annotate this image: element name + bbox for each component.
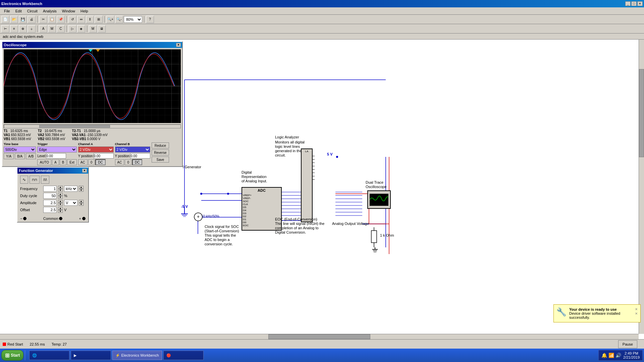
fg-freq-down[interactable]: ▼ bbox=[58, 189, 63, 192]
trigger-edge-select[interactable]: Edge bbox=[37, 146, 76, 153]
fg-freq-unit-select[interactable]: kHz Hz MHz bbox=[64, 186, 77, 192]
close-btn[interactable]: ✕ bbox=[637, 1, 643, 6]
timebase-select[interactable]: 500/Div bbox=[4, 146, 36, 153]
minimize-btn[interactable]: _ bbox=[625, 1, 631, 6]
menu-help[interactable]: Help bbox=[78, 8, 91, 14]
fg-offset-down[interactable]: ▼ bbox=[58, 210, 63, 213]
cha-ac-btn[interactable]: AC bbox=[78, 159, 88, 165]
ext-btn[interactable]: Ext bbox=[67, 159, 76, 165]
fg-titlebar[interactable]: Function Generator ✕ bbox=[17, 168, 88, 174]
wire-btn[interactable]: ⊢ bbox=[1, 25, 9, 33]
cha-0-btn[interactable]: 0 bbox=[88, 159, 95, 165]
cut-btn[interactable]: ✂ bbox=[39, 16, 47, 23]
menu-analysis[interactable]: Analysis bbox=[40, 8, 59, 14]
simulate-btn[interactable]: ▷ bbox=[68, 25, 76, 33]
fg-close-btn[interactable]: ✕ bbox=[82, 169, 87, 173]
cha-dc-btn[interactable]: DC bbox=[95, 159, 105, 165]
fg-amp-up[interactable]: ▲ bbox=[58, 200, 63, 203]
rotate-btn[interactable]: ↺ bbox=[68, 16, 76, 23]
print-btn[interactable]: 🖨 bbox=[28, 16, 36, 23]
osc-scrollbar[interactable] bbox=[4, 124, 181, 128]
menu-window[interactable]: Window bbox=[59, 8, 78, 14]
v-scrollbar[interactable] bbox=[639, 40, 644, 334]
fg-triangle-btn[interactable]: /\/\ bbox=[41, 176, 49, 184]
timebase-group: Time base 500/Div Y/A B/A A/B bbox=[4, 142, 36, 159]
fg-freq-unit-up[interactable]: ▲ bbox=[79, 186, 84, 189]
zoom-out-btn[interactable]: 🔍- bbox=[115, 16, 123, 23]
taskbar-item-browser[interactable]: 🌐 bbox=[29, 351, 69, 360]
help-btn[interactable]: ? bbox=[146, 16, 154, 23]
fg-offset-input[interactable] bbox=[43, 207, 57, 213]
ground-btn[interactable]: ⏚ bbox=[28, 25, 36, 33]
pause-btn[interactable]: Pause bbox=[618, 340, 637, 348]
junction-btn[interactable]: ⊕ bbox=[19, 25, 27, 33]
channel-b-vdiv[interactable]: 2 V/Div bbox=[115, 146, 151, 153]
menu-file[interactable]: File bbox=[1, 8, 13, 14]
channel-a-ypos-input[interactable] bbox=[94, 153, 114, 159]
save-osc-btn[interactable]: Save bbox=[152, 157, 169, 163]
osc-close-btn[interactable]: ✕ bbox=[176, 43, 181, 47]
copy-btn[interactable]: 📋 bbox=[48, 16, 56, 23]
bus-btn[interactable]: ≡ bbox=[10, 25, 18, 33]
taskbar-item-ewb[interactable]: ⚡ Electronics Workbench bbox=[112, 351, 162, 360]
notification-close-btn[interactable]: ✕ bbox=[635, 307, 638, 311]
flip-h-btn[interactable]: ⇔ bbox=[77, 16, 85, 23]
maximize-btn[interactable]: □ bbox=[631, 1, 637, 6]
osc-controls-area: Time base 500/Div Y/A B/A A/B Trigger Ed… bbox=[2, 141, 182, 166]
fg-freq-unit-down[interactable]: ▼ bbox=[79, 189, 84, 192]
fg-freq-input[interactable] bbox=[43, 186, 57, 192]
fg-amplitude-row: Amplitude ▲ ▼ V mV ▲ ▼ bbox=[20, 200, 86, 206]
channel-b-ypos-input[interactable] bbox=[130, 153, 150, 159]
reverse-btn[interactable]: Reverse bbox=[152, 149, 169, 156]
notification-x-btn[interactable]: ✕ bbox=[635, 312, 638, 315]
fg-amp-input[interactable] bbox=[43, 200, 57, 206]
fg-square-btn[interactable]: ⊓⊓ bbox=[30, 176, 40, 184]
auto-btn[interactable]: AUTO bbox=[37, 159, 51, 165]
mixed-btn[interactable]: M bbox=[48, 25, 56, 33]
fg-offset-up[interactable]: ▲ bbox=[58, 207, 63, 210]
taskbar-item-other[interactable]: 🔴 bbox=[163, 351, 204, 360]
ab-btn[interactable]: A/B bbox=[26, 153, 36, 159]
chb-ac-btn[interactable]: AC bbox=[115, 159, 124, 165]
paste-btn[interactable]: 📌 bbox=[57, 16, 65, 23]
fg-freq-up[interactable]: ▲ bbox=[58, 186, 63, 189]
save-btn[interactable]: 💾 bbox=[19, 16, 27, 23]
osc-titlebar[interactable]: Oscilloscope ✕ bbox=[2, 42, 182, 48]
chart-btn[interactable]: C bbox=[57, 25, 65, 33]
open-btn[interactable]: 📂 bbox=[10, 16, 18, 23]
fg-duty-down[interactable]: ▼ bbox=[58, 196, 63, 199]
zoom-select[interactable]: 50% 75% 80% 100% 125% bbox=[124, 16, 142, 23]
reduce-btn[interactable]: Reduce bbox=[152, 142, 169, 148]
freq-label: 50 kHz/50% bbox=[201, 215, 219, 218]
new-btn[interactable]: 📄 bbox=[1, 16, 9, 23]
label-btn[interactable]: A bbox=[39, 25, 47, 33]
chb-0-btn[interactable]: 0 bbox=[125, 159, 131, 165]
fg-amp-unit-select[interactable]: V mV bbox=[64, 200, 77, 206]
zoom-in-btn[interactable]: 🔍+ bbox=[106, 16, 114, 23]
menu-circuit[interactable]: Circuit bbox=[24, 8, 40, 14]
ya-btn[interactable]: Y/A bbox=[4, 153, 14, 159]
fg-sine-btn[interactable]: ∿ bbox=[20, 176, 28, 184]
channel-a-vdiv[interactable]: 2 V/Div bbox=[78, 146, 114, 153]
chb-dc-btn[interactable]: DC bbox=[132, 159, 142, 165]
start-button[interactable]: ⊞ Start bbox=[1, 350, 23, 361]
analysis-btn[interactable]: ◈ bbox=[77, 25, 85, 33]
flip-v-btn[interactable]: ⇕ bbox=[86, 16, 94, 23]
trigger-level-input[interactable] bbox=[46, 153, 66, 159]
fg-amp-unit-up[interactable]: ▲ bbox=[79, 200, 84, 203]
trig-a-btn[interactable]: A bbox=[52, 159, 59, 165]
m-btn[interactable]: M bbox=[89, 25, 97, 33]
component-btn[interactable]: ⊞ bbox=[95, 16, 103, 23]
title-bar: Electronics Workbench _ □ ✕ bbox=[0, 0, 644, 7]
h-scrollbar[interactable] bbox=[0, 334, 639, 339]
fg-amp-down[interactable]: ▼ bbox=[58, 203, 63, 206]
trig-b-btn[interactable]: B bbox=[60, 159, 67, 165]
ba-btn[interactable]: B/A bbox=[15, 153, 25, 159]
display-btn[interactable]: 🖥 bbox=[98, 25, 106, 33]
fg-amp-unit-down[interactable]: ▼ bbox=[79, 203, 84, 206]
taskbar-item-media[interactable]: ▶ bbox=[71, 351, 111, 360]
taskbar-right-area: 🔔 📶 🔊 2:49 PM 2/21/2019 bbox=[598, 350, 643, 361]
menu-edit[interactable]: Edit bbox=[13, 8, 24, 14]
fg-duty-input[interactable] bbox=[43, 193, 57, 199]
fg-duty-up[interactable]: ▲ bbox=[58, 193, 63, 196]
